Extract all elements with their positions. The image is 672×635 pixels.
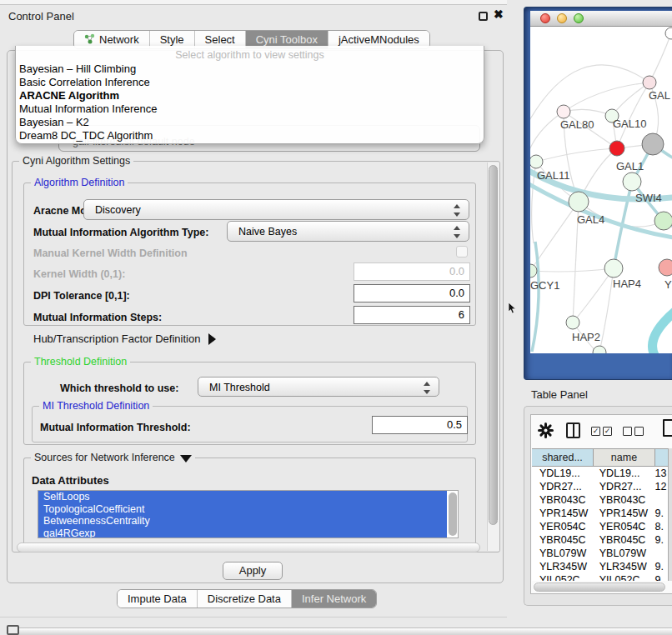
table-panel-title: Table Panel <box>531 388 588 401</box>
table-cell: 12 <box>652 480 668 493</box>
gear-icon[interactable] <box>538 422 554 438</box>
table-row[interactable]: YPR145WYPR145W9. <box>532 507 668 520</box>
algorithm-option-dream8-dc-tdc-algorithm[interactable]: Dream8 DC_TDC Algorithm <box>16 129 484 142</box>
network-node-gal11[interactable] <box>530 155 543 168</box>
network-canvas[interactable]: GALGAL80GAL10GAL1GAL11SWI4GAL4GCY1HAP4YH… <box>530 27 672 353</box>
tab-label: Network <box>99 33 139 46</box>
table-cell: YBR043C <box>532 493 592 507</box>
table-cell: 9. <box>652 507 668 520</box>
tab-label: Cyni Toolbox <box>256 33 318 46</box>
zoom-traffic-light-icon[interactable] <box>574 13 584 23</box>
table-cell: YDR27... <box>532 480 592 493</box>
close-icon[interactable]: ✖ <box>494 8 504 21</box>
attribute-item-topologicalcoefficient[interactable]: TopologicalCoefficient <box>38 503 447 516</box>
algorithm-option-basic-correlation-inference[interactable]: Basic Correlation Inference <box>16 76 484 89</box>
network-node-item[interactable] <box>654 212 672 230</box>
mi-steps-field[interactable]: 6 <box>354 306 470 324</box>
stepper-arrows-icon <box>454 204 461 217</box>
panel-restore-icon[interactable] <box>7 625 19 635</box>
unchecked-checkbox-icon[interactable] <box>623 427 632 436</box>
table-row[interactable]: YBR043CYBR043C <box>532 493 668 507</box>
network-node-y[interactable] <box>659 259 672 276</box>
network-node-gal80[interactable] <box>557 105 570 118</box>
attribute-item-selfloops[interactable]: SelfLoops <box>38 491 447 503</box>
network-node-swi4[interactable] <box>623 172 641 191</box>
algorithm-option-mutual-information-inference[interactable]: Mutual Information Inference <box>16 102 484 116</box>
tab-impute-data[interactable]: Impute Data <box>118 590 197 608</box>
table-cell: 8. <box>652 520 668 533</box>
dpi-tolerance-field[interactable]: 0.0 <box>354 284 470 302</box>
expander-caret-right-icon <box>208 333 216 345</box>
page-icon[interactable] <box>663 419 672 437</box>
column-header-shared[interactable]: shared... <box>532 449 594 466</box>
network-window-titlebar[interactable] <box>530 11 672 27</box>
table-row[interactable]: YDR27...YDR27...12 <box>532 480 668 493</box>
table-row[interactable]: YDL19...YDL19...13 <box>532 467 668 480</box>
algorithm-option-bayesian-k2[interactable]: Bayesian – K2 <box>16 116 484 129</box>
settings-hscrollbar[interactable] <box>17 542 480 552</box>
aracne-mode-combo[interactable]: Discovery <box>83 199 469 220</box>
algorithm-dropdown-items: Bayesian – Hill ClimbingBasic Correlatio… <box>16 62 484 142</box>
close-traffic-light-icon[interactable] <box>540 13 550 23</box>
column-header-name[interactable]: name <box>594 449 655 466</box>
network-node-hap2[interactable] <box>566 316 579 329</box>
table-row[interactable]: YIL052CYIL052C9 <box>532 573 668 581</box>
tab-label: Infer Network <box>302 592 366 605</box>
table-cell: YBR045C <box>532 533 592 547</box>
list-scrollbar-thumb[interactable] <box>449 492 457 536</box>
network-node-item[interactable] <box>593 346 606 353</box>
mi-threshold-label: Mutual Information Threshold: <box>40 422 191 433</box>
table-row[interactable]: YBR045CYBR045C9. <box>532 533 668 547</box>
table-row[interactable]: YLR345WYLR345W9. <box>532 560 668 573</box>
network-node-label: HAP2 <box>572 331 600 343</box>
which-threshold-combo[interactable]: MI Threshold <box>198 377 439 397</box>
checked-checkbox-icon[interactable]: ✓ <box>591 427 600 436</box>
network-node-gal[interactable] <box>643 76 656 89</box>
table-cell: 13 <box>652 467 668 480</box>
network-node-item[interactable] <box>642 133 664 155</box>
attribute-item-betweennesscentrality[interactable]: BetweennessCentrality <box>38 515 447 528</box>
table-vscrollbar[interactable] <box>668 448 672 581</box>
data-attributes-list: SelfLoopsTopologicalCoefficientBetweenne… <box>38 490 459 538</box>
network-edge-thick <box>530 180 672 238</box>
settings-scrollbar-thumb[interactable] <box>489 165 498 525</box>
table-row[interactable]: YER054CYER054C8. <box>532 520 668 533</box>
manual-kernel-checkbox[interactable] <box>456 246 468 258</box>
checked-checkbox-icon[interactable]: ✓ <box>603 427 612 436</box>
float-window-icon[interactable] <box>479 12 488 21</box>
network-node-hap4[interactable] <box>604 259 623 278</box>
tab-discretize-data[interactable]: Discretize Data <box>197 590 291 608</box>
tab-label: Discretize Data <box>208 592 281 605</box>
expander-caret-down-icon <box>180 455 192 462</box>
manual-kernel-label: Manual Kernel Width Definition <box>33 248 188 259</box>
table-cell <box>652 493 668 507</box>
kernel-width-field[interactable]: 0.0 <box>354 262 470 281</box>
attribute-item-gal4rgexp[interactable]: gal4RGexp <box>38 528 447 539</box>
algorithm-definition-legend: Algorithm Definition <box>31 177 128 188</box>
network-node-label: GAL4 <box>577 213 604 226</box>
network-node-gal1[interactable] <box>609 141 624 156</box>
table-cell: 9. <box>652 560 668 573</box>
mi-threshold-field[interactable]: 0.5 <box>372 416 468 434</box>
which-threshold-label: Which threshold to use: <box>60 382 178 394</box>
network-node-item[interactable] <box>665 28 672 39</box>
network-node-gal4[interactable] <box>569 192 589 212</box>
cyni-settings-legend: Cyni Algorithm Settings <box>19 155 133 167</box>
hub-definition-expander[interactable]: Hub/Transcription Factor Definition <box>33 332 216 345</box>
sources-legend[interactable]: Sources for Network Inference <box>31 452 195 463</box>
table-hscrollbar-thumb[interactable] <box>534 582 665 592</box>
tab-infer-network[interactable]: Infer Network <box>291 590 376 608</box>
table-body: YDL19...YDL19...13YDR27...YDR27...12YBR0… <box>532 467 668 581</box>
control-panel-title: Control Panel <box>8 10 74 22</box>
network-node-label: GAL80 <box>560 118 594 131</box>
table-row[interactable]: YBL079WYBL079W <box>532 547 668 560</box>
algorithm-option-bayesian-hill-climbing[interactable]: Bayesian – Hill Climbing <box>16 62 484 76</box>
unchecked-checkbox-icon[interactable] <box>634 427 644 436</box>
network-node-gcy1[interactable] <box>530 264 537 278</box>
columns-icon[interactable] <box>566 422 580 438</box>
minimize-traffic-light-icon[interactable] <box>557 13 567 23</box>
apply-button[interactable]: Apply <box>223 562 283 580</box>
algorithm-option-aracne-algorithm[interactable]: ARACNE Algorithm <box>16 89 484 102</box>
mi-algorithm-type-combo[interactable]: Naive Bayes <box>227 221 469 242</box>
bottom-toolbar-edge <box>17 628 672 635</box>
